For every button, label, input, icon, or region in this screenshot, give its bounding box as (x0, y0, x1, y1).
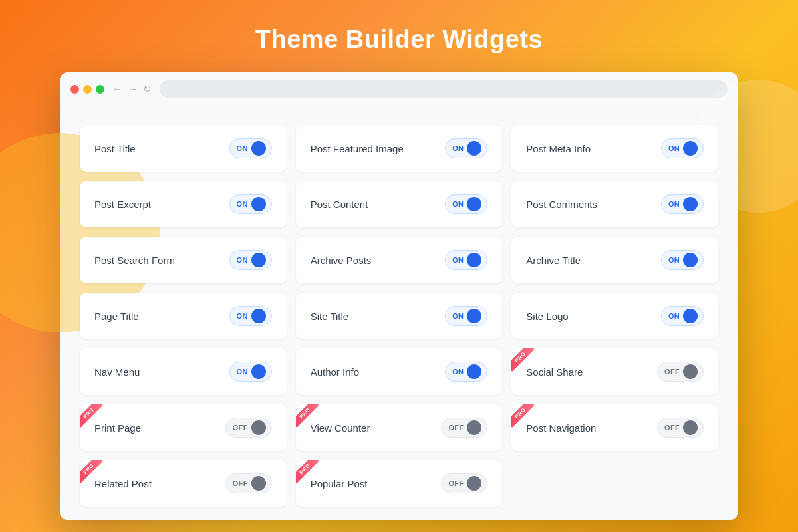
toggle-knob-post-excerpt (251, 197, 266, 211)
toggle-knob-archive-posts (467, 253, 481, 267)
widget-card-post-comments: Post CommentsON (511, 181, 718, 227)
widget-card-post-content: Post ContentON (296, 181, 503, 227)
pro-badge-related-post (80, 460, 110, 491)
widget-label-author-info: Author Info (311, 366, 359, 378)
toggle-page-title[interactable]: ON (229, 306, 272, 326)
widget-card-post-navigation: Post NavigationOFF (511, 404, 718, 451)
widget-card-site-logo: Site LogoON (511, 293, 718, 339)
browser-bar: ← → ↻ (60, 72, 738, 106)
toggle-label-post-navigation: OFF (664, 424, 680, 432)
toggle-knob-post-content (467, 197, 481, 211)
widgets-grid: Post TitleONPost Featured ImageONPost Me… (80, 125, 718, 507)
pro-badge-view-counter (296, 404, 327, 435)
widget-label-site-title: Site Title (311, 311, 349, 322)
toggle-knob-post-comments (683, 197, 698, 211)
toggle-knob-popular-post (467, 476, 481, 491)
toggle-label-print-page: OFF (233, 424, 248, 432)
widget-label-page-title: Page Title (94, 311, 139, 322)
toggle-knob-view-counter (467, 420, 481, 435)
nav-forward[interactable]: → (128, 83, 138, 95)
toggle-label-archive-posts: ON (452, 256, 464, 264)
browser-nav: ← → ↻ (112, 83, 152, 95)
widget-card-social-share: Social ShareOFF (511, 348, 718, 395)
toggle-knob-social-share (683, 364, 698, 379)
pro-badge-popular-post (296, 460, 327, 491)
widget-label-post-excerpt: Post Excerpt (94, 199, 151, 210)
widget-label-nav-menu: Nav Menu (94, 366, 140, 378)
toggle-label-post-meta-info: ON (668, 144, 680, 152)
toggle-post-navigation[interactable]: OFF (657, 418, 704, 438)
widget-card-view-counter: View CounterOFF (296, 404, 503, 451)
widget-label-post-title: Post Title (94, 143, 136, 154)
toggle-label-nav-menu: ON (237, 368, 248, 376)
toggle-social-share[interactable]: OFF (657, 362, 704, 382)
widget-label-post-search-form: Post Search Form (94, 255, 175, 266)
browser-window: ← → ↻ Post TitleONPost Featured ImageONP… (60, 72, 738, 520)
browser-urlbar[interactable] (160, 80, 728, 98)
toggle-post-featured-image[interactable]: ON (445, 138, 487, 158)
toggle-post-meta-info[interactable]: ON (661, 138, 704, 158)
toggle-label-page-title: ON (237, 312, 248, 320)
toggle-label-post-featured-image: ON (452, 144, 464, 152)
pro-badge-post-navigation (511, 404, 542, 435)
toggle-knob-site-title (467, 309, 481, 323)
toggle-label-post-title: ON (237, 144, 248, 152)
toggle-post-comments[interactable]: ON (661, 194, 704, 214)
toggle-print-page[interactable]: OFF (225, 418, 272, 438)
toggle-post-title[interactable]: ON (229, 138, 272, 158)
toggle-site-logo[interactable]: ON (661, 306, 704, 326)
widget-label-post-featured-image: Post Featured Image (311, 143, 404, 154)
dot-green[interactable] (96, 85, 104, 94)
toggle-post-excerpt[interactable]: ON (229, 194, 272, 214)
pro-badge-print-page (80, 404, 110, 435)
toggle-archive-posts[interactable]: ON (445, 250, 487, 270)
toggle-knob-print-page (251, 420, 266, 435)
page-heading: Theme Builder Widgets (255, 25, 543, 54)
toggle-knob-post-navigation (683, 420, 698, 435)
toggle-knob-post-featured-image (467, 141, 481, 156)
toggle-site-title[interactable]: ON (445, 306, 487, 326)
nav-back[interactable]: ← (112, 83, 122, 95)
toggle-label-post-search-form: ON (237, 256, 248, 264)
toggle-nav-menu[interactable]: ON (229, 362, 272, 382)
nav-refresh[interactable]: ↻ (143, 83, 152, 95)
widget-card-archive-title: Archive TitleON (511, 237, 718, 283)
widget-label-archive-title: Archive Title (526, 255, 581, 266)
toggle-label-archive-title: ON (668, 256, 680, 264)
toggle-related-post[interactable]: OFF (225, 473, 272, 493)
widget-card-print-page: Print PageOFF (80, 404, 287, 451)
toggle-label-site-title: ON (452, 312, 464, 320)
toggle-knob-page-title (251, 309, 266, 323)
widget-card-post-excerpt: Post ExcerptON (80, 181, 287, 227)
widget-label-post-meta-info: Post Meta Info (526, 143, 591, 154)
toggle-archive-title[interactable]: ON (661, 250, 704, 270)
dot-yellow[interactable] (83, 85, 92, 94)
widget-card-popular-post: Popular PostOFF (296, 460, 503, 507)
widget-label-post-comments: Post Comments (526, 199, 597, 210)
toggle-label-site-logo: ON (668, 312, 680, 320)
widget-card-archive-posts: Archive PostsON (296, 237, 503, 283)
widget-card-nav-menu: Nav MenuON (80, 348, 287, 395)
toggle-knob-archive-title (683, 253, 698, 267)
widget-card-site-title: Site TitleON (296, 293, 503, 339)
toggle-label-post-content: ON (452, 200, 464, 208)
toggle-label-post-comments: ON (668, 200, 680, 208)
dot-red[interactable] (70, 85, 79, 94)
toggle-popular-post[interactable]: OFF (441, 473, 487, 493)
toggle-knob-nav-menu (251, 364, 266, 379)
toggle-knob-post-meta-info (683, 141, 698, 156)
browser-content: Post TitleONPost Featured ImageONPost Me… (60, 106, 738, 520)
widget-card-post-search-form: Post Search FormON (80, 237, 287, 283)
toggle-author-info[interactable]: ON (445, 362, 487, 382)
toggle-label-view-counter: OFF (448, 424, 464, 432)
toggle-view-counter[interactable]: OFF (441, 418, 487, 438)
pro-badge-social-share (511, 348, 542, 379)
toggle-post-search-form[interactable]: ON (229, 250, 272, 270)
widget-label-post-content: Post Content (311, 199, 368, 210)
widget-label-site-logo: Site Logo (526, 311, 568, 322)
toggle-knob-post-title (251, 141, 266, 156)
widget-card-post-meta-info: Post Meta InfoON (511, 125, 718, 172)
toggle-post-content[interactable]: ON (445, 194, 487, 214)
widget-card-post-title: Post TitleON (80, 125, 287, 172)
toggle-label-social-share: OFF (664, 368, 680, 376)
